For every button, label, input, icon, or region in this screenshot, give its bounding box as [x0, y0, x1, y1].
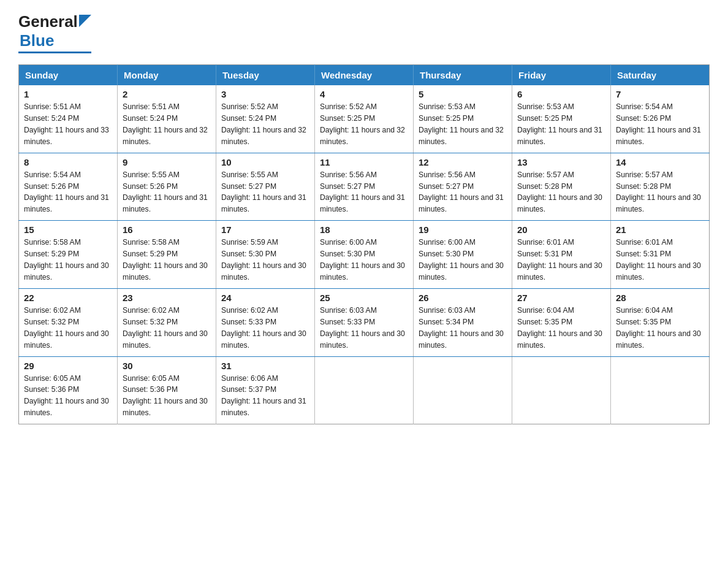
day-info: Sunrise: 5:56 AMSunset: 5:27 PMDaylight:… — [419, 170, 504, 214]
day-info: Sunrise: 6:05 AMSunset: 5:36 PMDaylight:… — [24, 374, 109, 418]
weekday-header-tuesday: Tuesday — [216, 65, 315, 86]
day-info: Sunrise: 6:03 AMSunset: 5:33 PMDaylight:… — [320, 306, 405, 350]
day-number: 7 — [616, 89, 704, 99]
day-number: 27 — [517, 293, 605, 303]
day-number: 29 — [24, 361, 112, 371]
day-info: Sunrise: 5:55 AMSunset: 5:27 PMDaylight:… — [221, 170, 306, 214]
calendar-week-row: 8 Sunrise: 5:54 AMSunset: 5:26 PMDayligh… — [19, 153, 710, 221]
day-info: Sunrise: 6:01 AMSunset: 5:31 PMDaylight:… — [517, 238, 602, 282]
day-info: Sunrise: 5:57 AMSunset: 5:28 PMDaylight:… — [616, 170, 701, 214]
calendar-week-row: 1 Sunrise: 5:51 AMSunset: 5:24 PMDayligh… — [19, 85, 710, 153]
day-info: Sunrise: 5:52 AMSunset: 5:25 PMDaylight:… — [320, 102, 405, 146]
calendar-day-cell — [611, 356, 710, 424]
day-info: Sunrise: 5:59 AMSunset: 5:30 PMDaylight:… — [221, 238, 306, 282]
day-number: 23 — [123, 293, 211, 303]
calendar-day-cell: 22 Sunrise: 6:02 AMSunset: 5:32 PMDaylig… — [19, 288, 118, 356]
day-info: Sunrise: 5:58 AMSunset: 5:29 PMDaylight:… — [24, 238, 109, 282]
day-info: Sunrise: 6:02 AMSunset: 5:32 PMDaylight:… — [123, 306, 208, 350]
calendar-day-cell: 26 Sunrise: 6:03 AMSunset: 5:34 PMDaylig… — [414, 288, 512, 356]
calendar-day-cell: 23 Sunrise: 6:02 AMSunset: 5:32 PMDaylig… — [118, 288, 216, 356]
weekday-header-row: SundayMondayTuesdayWednesdayThursdayFrid… — [19, 65, 710, 86]
calendar-day-cell: 15 Sunrise: 5:58 AMSunset: 5:29 PMDaylig… — [19, 221, 118, 289]
day-number: 31 — [221, 361, 309, 371]
day-info: Sunrise: 5:52 AMSunset: 5:24 PMDaylight:… — [221, 102, 306, 146]
calendar-day-cell: 3 Sunrise: 5:52 AMSunset: 5:24 PMDayligh… — [216, 85, 315, 153]
day-info: Sunrise: 5:54 AMSunset: 5:26 PMDaylight:… — [616, 102, 701, 146]
calendar-week-row: 29 Sunrise: 6:05 AMSunset: 5:36 PMDaylig… — [19, 356, 710, 424]
weekday-header-sunday: Sunday — [19, 65, 118, 86]
day-number: 2 — [123, 89, 211, 99]
day-info: Sunrise: 5:53 AMSunset: 5:25 PMDaylight:… — [419, 102, 504, 146]
day-number: 10 — [221, 157, 309, 167]
day-number: 18 — [320, 224, 408, 235]
calendar-day-cell: 29 Sunrise: 6:05 AMSunset: 5:36 PMDaylig… — [19, 356, 118, 424]
day-number: 5 — [419, 89, 507, 99]
weekday-header-saturday: Saturday — [611, 65, 710, 86]
calendar-day-cell: 21 Sunrise: 6:01 AMSunset: 5:31 PMDaylig… — [611, 221, 710, 289]
calendar-day-cell: 24 Sunrise: 6:02 AMSunset: 5:33 PMDaylig… — [216, 288, 315, 356]
day-info: Sunrise: 6:04 AMSunset: 5:35 PMDaylight:… — [616, 306, 701, 350]
calendar-day-cell: 5 Sunrise: 5:53 AMSunset: 5:25 PMDayligh… — [414, 85, 512, 153]
day-info: Sunrise: 6:00 AMSunset: 5:30 PMDaylight:… — [419, 238, 504, 282]
calendar-week-row: 22 Sunrise: 6:02 AMSunset: 5:32 PMDaylig… — [19, 288, 710, 356]
day-info: Sunrise: 6:05 AMSunset: 5:36 PMDaylight:… — [123, 374, 208, 418]
day-info: Sunrise: 5:54 AMSunset: 5:26 PMDaylight:… — [24, 170, 109, 214]
calendar-day-cell: 28 Sunrise: 6:04 AMSunset: 5:35 PMDaylig… — [611, 288, 710, 356]
day-number: 4 — [320, 89, 408, 99]
calendar-day-cell: 31 Sunrise: 6:06 AMSunset: 5:37 PMDaylig… — [216, 356, 315, 424]
calendar-day-cell: 12 Sunrise: 5:56 AMSunset: 5:27 PMDaylig… — [414, 153, 512, 221]
calendar-table: SundayMondayTuesdayWednesdayThursdayFrid… — [18, 64, 710, 424]
day-number: 26 — [419, 293, 507, 303]
day-number: 22 — [24, 293, 112, 303]
calendar-day-cell: 4 Sunrise: 5:52 AMSunset: 5:25 PMDayligh… — [315, 85, 414, 153]
day-info: Sunrise: 6:02 AMSunset: 5:32 PMDaylight:… — [24, 306, 109, 350]
day-info: Sunrise: 5:51 AMSunset: 5:24 PMDaylight:… — [123, 102, 208, 146]
logo: General Blue — [18, 12, 91, 53]
day-info: Sunrise: 5:58 AMSunset: 5:29 PMDaylight:… — [123, 238, 208, 282]
day-number: 13 — [517, 157, 605, 167]
day-number: 1 — [24, 89, 112, 99]
day-info: Sunrise: 6:00 AMSunset: 5:30 PMDaylight:… — [320, 238, 405, 282]
calendar-day-cell: 30 Sunrise: 6:05 AMSunset: 5:36 PMDaylig… — [118, 356, 216, 424]
day-number: 15 — [24, 224, 112, 235]
logo-underline — [18, 52, 91, 53]
calendar-day-cell: 20 Sunrise: 6:01 AMSunset: 5:31 PMDaylig… — [512, 221, 611, 289]
day-info: Sunrise: 5:57 AMSunset: 5:28 PMDaylight:… — [517, 170, 602, 214]
weekday-header-friday: Friday — [512, 65, 611, 86]
weekday-header-monday: Monday — [118, 65, 216, 86]
day-number: 3 — [221, 89, 309, 99]
day-number: 12 — [419, 157, 507, 167]
day-number: 17 — [221, 224, 309, 235]
day-info: Sunrise: 5:56 AMSunset: 5:27 PMDaylight:… — [320, 170, 405, 214]
logo-text: General — [18, 12, 91, 31]
day-number: 9 — [123, 157, 211, 167]
day-info: Sunrise: 6:02 AMSunset: 5:33 PMDaylight:… — [221, 306, 306, 350]
day-number: 24 — [221, 293, 309, 303]
calendar-day-cell: 8 Sunrise: 5:54 AMSunset: 5:26 PMDayligh… — [19, 153, 118, 221]
day-number: 11 — [320, 157, 408, 167]
calendar-day-cell — [414, 356, 512, 424]
calendar-day-cell: 7 Sunrise: 5:54 AMSunset: 5:26 PMDayligh… — [611, 85, 710, 153]
calendar-day-cell: 6 Sunrise: 5:53 AMSunset: 5:25 PMDayligh… — [512, 85, 611, 153]
calendar-day-cell — [512, 356, 611, 424]
calendar-day-cell — [315, 356, 414, 424]
calendar-day-cell: 2 Sunrise: 5:51 AMSunset: 5:24 PMDayligh… — [118, 85, 216, 153]
logo-general: General — [18, 12, 78, 31]
day-number: 20 — [517, 224, 605, 235]
day-number: 8 — [24, 157, 112, 167]
day-number: 28 — [616, 293, 704, 303]
page-header: General Blue — [18, 12, 710, 53]
calendar-day-cell: 11 Sunrise: 5:56 AMSunset: 5:27 PMDaylig… — [315, 153, 414, 221]
day-number: 25 — [320, 293, 408, 303]
calendar-day-cell: 10 Sunrise: 5:55 AMSunset: 5:27 PMDaylig… — [216, 153, 315, 221]
day-info: Sunrise: 5:53 AMSunset: 5:25 PMDaylight:… — [517, 102, 602, 146]
day-info: Sunrise: 6:06 AMSunset: 5:37 PMDaylight:… — [221, 374, 306, 418]
calendar-week-row: 15 Sunrise: 5:58 AMSunset: 5:29 PMDaylig… — [19, 221, 710, 289]
calendar-day-cell: 18 Sunrise: 6:00 AMSunset: 5:30 PMDaylig… — [315, 221, 414, 289]
day-number: 30 — [123, 361, 211, 371]
day-info: Sunrise: 6:04 AMSunset: 5:35 PMDaylight:… — [517, 306, 602, 350]
day-info: Sunrise: 5:51 AMSunset: 5:24 PMDaylight:… — [24, 102, 109, 146]
day-number: 6 — [517, 89, 605, 99]
day-info: Sunrise: 6:03 AMSunset: 5:34 PMDaylight:… — [419, 306, 504, 350]
logo-blue: Blue — [20, 31, 54, 50]
